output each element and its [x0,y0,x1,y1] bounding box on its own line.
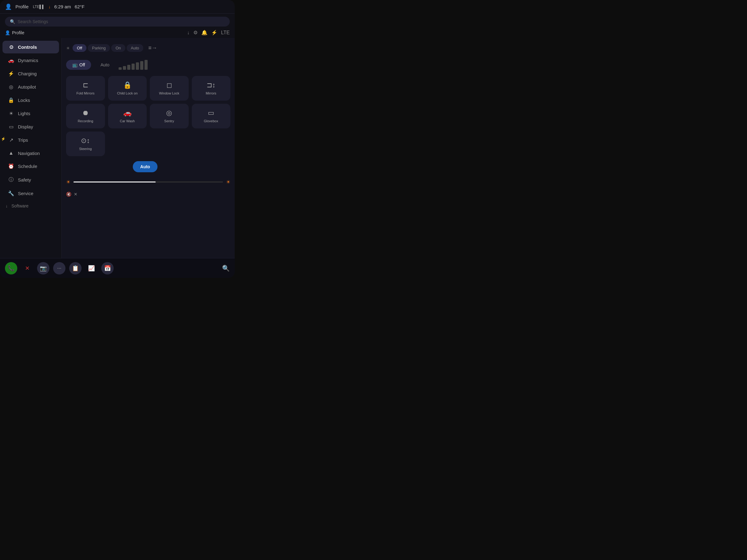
off-btn-label: Off [79,62,85,67]
calendar-icon: 📅 [104,265,111,272]
car-wash-icon: 🚗 [123,109,132,117]
search-taskbar-button[interactable]: 🔍 [222,265,230,272]
child-lock-button[interactable]: 🔒 Child Lock on [108,76,147,101]
calendar-button[interactable]: 📅 [101,262,114,274]
dynamics-icon: 🚗 [8,57,14,63]
glovebox-button[interactable]: ▭ Glovebox [192,104,231,128]
speed-lines-icon: ≡→ [148,45,157,51]
sidebar-item-controls[interactable]: ⊙ Controls [2,41,59,53]
sidebar-item-navigation[interactable]: ▲ Navigation [2,147,59,159]
status-temperature: 62°F [75,4,85,9]
mirrors-icon: ⊐↕ [207,81,215,89]
sidebar-item-software[interactable]: ↓ Software [0,200,61,212]
off-button[interactable]: 📺 Off [66,60,91,70]
trips-icon: ↗ [8,137,14,143]
profile-button[interactable]: 👤 Profile [5,30,24,35]
sidebar-charging-label: Charging [18,71,37,76]
schedule-icon: ⏰ [8,163,14,169]
left-edge-controls: ⚡ [0,137,6,141]
search-input[interactable]: Search Settings [18,19,48,24]
child-lock-label: Child Lock on [117,91,138,96]
mirrors-button[interactable]: ⊐↕ Mirrors [192,76,231,101]
camera-icon: 📷 [40,265,47,272]
person-icon: 👤 [5,30,10,35]
steering-button[interactable]: ⊙↕ Steering [66,132,105,156]
sidebar-item-lights[interactable]: ☀ Lights [2,107,59,120]
brightness-slider-icon: ☀ [66,179,70,185]
mirrors-label: Mirrors [206,91,216,96]
sidebar-item-charging[interactable]: ⚡ Charging [2,67,59,80]
notes-button[interactable]: 📋 [69,262,81,274]
car-wash-button[interactable]: 🚗 Car Wash [108,104,147,128]
edge-lightning-icon: ⚡ [1,137,5,141]
phone-button[interactable]: 📞 [5,262,17,274]
fold-mirrors-label: Fold Mirrors [76,91,95,96]
notes-icon: 📋 [72,265,79,272]
sidebar-item-safety[interactable]: ⓘ Safety [2,173,59,186]
tesla-screen: 👤 Profile LTE▌▌ ↓ 6:29 am 62°F 🔍 Search … [0,0,235,278]
sidebar-schedule-label: Schedule [18,164,37,169]
brightness-parking-tab[interactable]: Parking [88,44,110,52]
lte-header-icon: LTE [221,30,230,35]
charging-icon: ⚡ [8,71,14,77]
sidebar-item-locks[interactable]: 🔒 Locks [2,94,59,107]
chart-button[interactable]: 📈 [85,262,98,274]
sidebar-item-schedule[interactable]: ⏰ Schedule [2,160,59,172]
brightness-on-tab[interactable]: On [111,44,125,52]
status-bar: 👤 Profile LTE▌▌ ↓ 6:29 am 62°F [0,0,235,14]
camera-button[interactable]: 📷 [37,262,49,274]
brightness-tabs: Off Parking On Auto [73,44,143,52]
auto-blue-button[interactable]: Auto [133,161,157,172]
sidebar-item-display[interactable]: ▭ Display [2,121,59,133]
child-lock-icon: 🔒 [123,81,132,89]
sidebar: ⊙ Controls 🚗 Dynamics ⚡ Charging ◎ Autop… [0,38,62,258]
fan-seg-7 [145,60,148,70]
download-header-icon[interactable]: ↓ [187,30,189,35]
display-icon: ▭ [8,124,14,130]
bell-icon[interactable]: 🔔 [201,30,207,35]
brightness-off-tab[interactable]: Off [73,44,86,52]
fan-seg-2 [123,66,126,70]
sidebar-trips-label: Trips [18,137,28,143]
controls-grid: ⊏ Fold Mirrors 🔒 Child Lock on ◻ Window … [66,76,230,156]
sidebar-item-trips[interactable]: ↗ Trips [2,134,59,146]
sidebar-locks-label: Locks [18,98,30,103]
recording-label: Recording [78,119,93,123]
sidebar-item-autopilot[interactable]: ◎ Autopilot [2,81,59,93]
header-row-2: 👤 Profile ↓ ⚙ 🔔 ⚡ LTE [0,28,235,38]
bluetooth-icon[interactable]: ⚡ [211,30,217,35]
phone-icon: 📞 [8,265,15,272]
sidebar-service-label: Service [18,191,33,196]
auto-button[interactable]: Auto [94,60,115,70]
search-box[interactable]: 🔍 Search Settings [5,17,230,27]
sidebar-item-dynamics[interactable]: 🚗 Dynamics [2,54,59,67]
sidebar-item-service[interactable]: 🔧 Service [2,187,59,200]
fan-bar [119,60,148,70]
locks-icon: 🔒 [8,97,14,103]
volume-icon[interactable]: 🔇 [66,192,71,197]
sidebar-software-label: Software [11,204,28,208]
brightness-auto-tab[interactable]: Auto [127,44,144,52]
cancel-button[interactable]: ✕ [21,262,33,274]
software-icon: ↓ [5,204,8,208]
recording-button[interactable]: ⏺ Recording [66,104,105,128]
recording-icon: ⏺ [82,109,89,117]
more-button[interactable]: ··· [53,262,66,274]
lights-icon: ☀ [8,110,14,116]
fold-mirrors-button[interactable]: ⊏ Fold Mirrors [66,76,105,101]
steering-label: Steering [79,146,92,151]
search-area: 🔍 Search Settings [0,14,235,28]
dots-icon: ··· [57,266,61,271]
window-lock-button[interactable]: ◻ Window Lock [150,76,189,101]
status-profile-label: Profile [16,4,29,9]
fan-seg-4 [132,63,135,70]
profile-btn-label: Profile [12,30,24,35]
volume-row: 🔇 ✕ [66,190,230,198]
glovebox-icon: ▭ [208,109,214,117]
controls-panel: ☀ Off Parking On Auto ≡→ 📺 Off Auto [62,38,235,258]
settings-icon[interactable]: ⚙ [193,30,198,35]
controls-icon: ⊙ [8,44,14,50]
sentry-button[interactable]: ◎ Sentry [150,104,189,128]
brightness-slider-track[interactable] [74,182,223,183]
window-lock-label: Window Lock [159,91,179,96]
